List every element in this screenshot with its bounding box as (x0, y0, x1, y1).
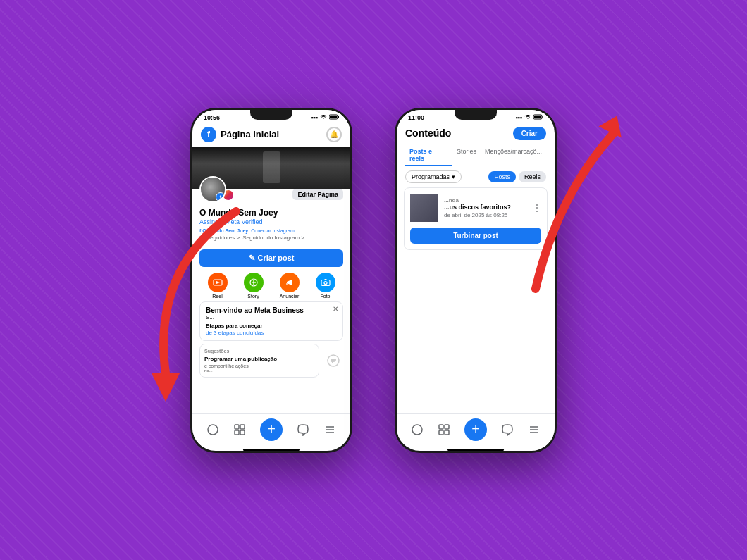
criar-post-label: Criar post (258, 254, 295, 262)
svg-point-12 (208, 425, 218, 435)
nav-plus-2[interactable]: + (464, 418, 487, 441)
svg-rect-22 (534, 116, 541, 118)
svg-rect-28 (445, 430, 449, 435)
nav-chat-2[interactable] (501, 423, 514, 436)
programadas-label: Programadas ▾ (412, 173, 455, 180)
anunciar-label: Anunciar (280, 294, 300, 299)
foto-label: Foto (320, 294, 330, 299)
post-thumbnail (410, 194, 438, 222)
story-label: Story (247, 294, 259, 299)
nav-home[interactable] (206, 423, 219, 436)
post-title: ...nda ...us discos favoritos? (444, 197, 527, 211)
signal-2: ▪▪▪ (515, 114, 522, 121)
tab-posts-reels[interactable]: Posts e reels (405, 144, 452, 166)
connect-ig[interactable]: Conectar Instagram (251, 228, 294, 233)
svg-rect-14 (240, 425, 245, 429)
concluidas-text: de 3 etapas concluídas (206, 330, 337, 336)
wifi-1 (320, 114, 327, 121)
svg-point-24 (412, 425, 422, 435)
p2-title: Conteúdo (405, 127, 451, 139)
p2-header: Conteúdo Criar (397, 123, 555, 144)
action-foto[interactable]: Foto (316, 273, 335, 299)
followers-row: f O Mundo Sem Joey Conectar Instagram (199, 228, 343, 233)
sugestoes-section: Sugestões Programar uma publicação e com… (199, 344, 343, 378)
post-info: ...nda ...us discos favoritos? de abril … (444, 197, 527, 218)
nav-chat-1[interactable] (297, 423, 309, 436)
notch-1 (250, 110, 292, 120)
bottom-nav-1: + (192, 413, 350, 447)
etapas-label: Etapas para começar (206, 323, 337, 329)
post-card: ...nda ...us discos favoritos? de abril … (404, 187, 548, 250)
signal-1: ▪▪▪ (311, 114, 318, 121)
foto-icon (316, 273, 335, 292)
followers-count: 74 seguidores > Seguidor do Instagram > (199, 235, 343, 241)
nav-plus-1[interactable]: + (260, 418, 283, 441)
nav-home-2[interactable] (411, 423, 424, 436)
edit-page-button[interactable]: Editar Página (292, 189, 343, 200)
nav-menu-1[interactable] (323, 423, 336, 436)
svg-rect-23 (543, 116, 544, 118)
phone-2: 11:00 ▪▪▪ Conteúdo Criar Posts e reels (395, 108, 557, 453)
nav-menu-2[interactable] (528, 423, 541, 436)
avatar-main: f (199, 176, 226, 203)
wifi-2 (524, 114, 531, 121)
bell-icon[interactable]: 🔔 (326, 127, 342, 142)
svg-rect-13 (235, 425, 239, 429)
home-indicator-2 (447, 449, 504, 451)
sug-desc2: no... (204, 368, 314, 373)
nav-grid[interactable] (233, 423, 246, 436)
phone-1: 10:56 ▪▪▪ f Página inicial 🔔 (190, 108, 352, 453)
turbinar-button[interactable]: Turbinar post (410, 228, 541, 244)
action-reel[interactable]: Reel (208, 273, 228, 299)
story-icon (244, 273, 264, 292)
svg-point-10 (324, 281, 327, 284)
criar-button[interactable]: Criar (513, 127, 546, 140)
fb-icon-header: f (201, 127, 216, 142)
svg-rect-27 (439, 430, 443, 435)
action-icons-row: Reel Story Anunciar Foto (192, 270, 350, 301)
bottom-nav-2: + (397, 413, 555, 447)
sug-card-1: Sugestões Programar uma publicação e com… (199, 344, 319, 378)
tab-stories[interactable]: Stories (452, 144, 481, 166)
tabs-row: Posts e reels Stories Menções/marcaçõ... (397, 144, 555, 166)
spacer-2 (397, 250, 555, 413)
svg-marker-20 (152, 373, 180, 402)
bem-vindo-title: Bem-vindo ao Meta Business (206, 306, 337, 314)
svg-rect-2 (338, 116, 340, 118)
sug-chat-icon (323, 344, 343, 378)
filter-row: Programadas ▾ Posts Reels (397, 166, 555, 187)
anunciar-icon (280, 273, 300, 292)
post-date: de abril de 2025 às 08:25 (444, 212, 527, 218)
profile-name: O Mundo Sem Joey (199, 208, 278, 218)
filter-reels[interactable]: Reels (519, 171, 546, 182)
programadas-button[interactable]: Programadas ▾ (405, 170, 462, 183)
sug-title: Sugestões (204, 349, 314, 354)
criar-post-button[interactable]: ✎ Criar post (199, 249, 343, 267)
status-icons-1: ▪▪▪ (311, 114, 339, 121)
verified-link[interactable]: Assine o Meta Verified (199, 218, 343, 225)
action-anunciar[interactable]: Anunciar (280, 273, 300, 299)
notch-2 (455, 110, 497, 120)
p1-header: f Página inicial 🔔 (192, 123, 350, 147)
p1-header-left: f Página inicial (201, 127, 279, 142)
time-1: 10:56 (204, 114, 220, 121)
svg-rect-9 (321, 280, 330, 285)
filter-right: Posts Reels (488, 171, 546, 182)
post-menu-icon[interactable]: ⋮ (533, 203, 541, 213)
action-story[interactable]: Story (244, 273, 264, 299)
nav-grid-2[interactable] (438, 423, 450, 436)
svg-rect-26 (445, 425, 449, 429)
tab-mencoes[interactable]: Menções/marcaçõ... (481, 144, 546, 166)
bem-vindo-box: Bem-vindo ao Meta Business ✕ S... Etapas… (199, 301, 343, 341)
filter-posts[interactable]: Posts (488, 171, 516, 182)
sug-action: Programar uma publicação (204, 356, 314, 362)
sug-desc: e compartilhe ações (204, 363, 314, 368)
avatar-row: f (199, 176, 235, 203)
time-2: 11:00 (408, 114, 424, 121)
svg-rect-16 (240, 430, 245, 435)
status-icons-2: ▪▪▪ (515, 114, 543, 121)
reel-label: Reel (212, 294, 222, 299)
close-bem-vindo[interactable]: ✕ (333, 305, 338, 313)
bem-vindo-s: S... (206, 314, 337, 321)
svg-rect-25 (439, 425, 443, 429)
